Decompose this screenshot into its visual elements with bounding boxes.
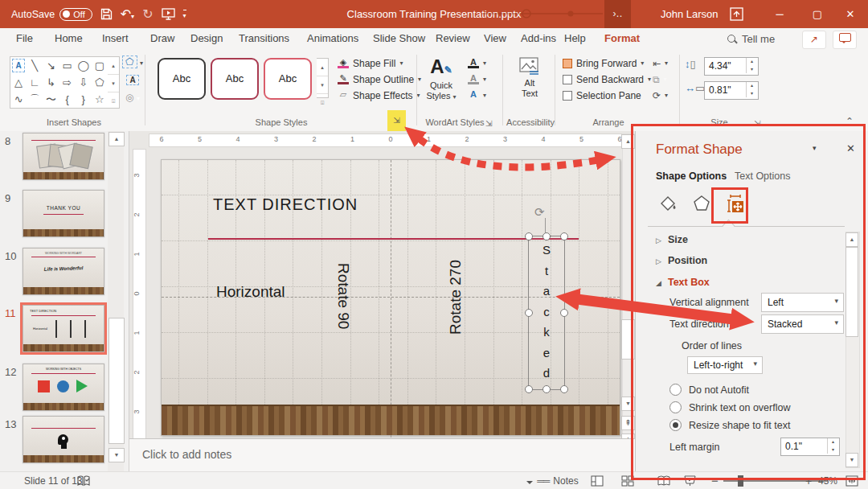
tab-text-options[interactable]: Text Options xyxy=(735,171,790,182)
bring-forward-button[interactable]: Bring Forward▾ xyxy=(563,55,644,71)
panel-close-button[interactable]: ✕ xyxy=(846,142,855,154)
rotate90-textbox[interactable]: Rotate 90 xyxy=(334,263,352,329)
thumb-scroll-down[interactable]: ▼ xyxy=(108,448,125,462)
tab-shape-options[interactable]: Shape Options xyxy=(656,171,727,182)
effects-icon[interactable] xyxy=(692,194,711,213)
send-backward-button[interactable]: Send Backward▾ xyxy=(563,72,651,87)
style-gallery-scroll[interactable]: ▴▾⍗ xyxy=(317,58,329,98)
tab-design[interactable]: Design xyxy=(189,28,224,50)
scroll-down[interactable]: ▼ xyxy=(621,397,635,411)
thumb-scroll-thumb[interactable] xyxy=(108,318,125,444)
panel-scroll-down[interactable]: ▼ xyxy=(845,453,858,467)
text-direction-dropdown[interactable]: Stacked▾ xyxy=(761,314,844,334)
horizontal-textbox[interactable]: Horizontal xyxy=(216,283,285,301)
rotate270-textbox[interactable]: Rotate 270 xyxy=(447,260,465,335)
order-of-lines-dropdown[interactable]: Left-to-right▾ xyxy=(687,356,763,374)
collapse-ribbon-button[interactable]: ⌃ xyxy=(845,116,854,127)
shape-width-input[interactable]: 0.81" ▴▾ xyxy=(704,81,759,100)
tab-draw[interactable]: Draw xyxy=(149,28,176,50)
selection-handle[interactable] xyxy=(560,232,568,240)
fill-line-icon[interactable] xyxy=(658,194,678,213)
shape-outline-button[interactable]: ✎ Shape Outline▾ xyxy=(338,72,421,87)
zoom-level[interactable]: 45% xyxy=(818,472,837,489)
merge-shapes-button[interactable]: ◎ ▾ xyxy=(122,92,143,109)
tab-animations[interactable]: Animations xyxy=(305,28,360,50)
rounded-rectangle-icon[interactable]: ▢ xyxy=(92,57,108,74)
text-box-button[interactable]: A xyxy=(122,74,143,91)
slideshow-view-icon[interactable] xyxy=(683,475,697,487)
tab-slide-show[interactable]: Slide Show xyxy=(371,28,427,50)
zoom-slider-thumb[interactable] xyxy=(738,475,743,487)
radio-shrink-text-on-overflow[interactable]: Shrink text on overflow xyxy=(669,401,790,413)
star-icon[interactable]: ☆ xyxy=(92,91,108,108)
comments-button[interactable] xyxy=(833,31,857,49)
zoom-in-button[interactable]: + xyxy=(805,472,812,489)
elbow-arrow-icon[interactable]: ↳ xyxy=(43,74,59,91)
rotate-button[interactable]: ⟳▾ xyxy=(653,88,668,103)
panel-options-chevron[interactable]: ▾ xyxy=(813,144,817,152)
radio-do-not-autofit[interactable]: Do not Autofit xyxy=(669,384,749,396)
maximize-button[interactable]: ▢ xyxy=(800,0,835,28)
panel-scroll-up[interactable]: ▲ xyxy=(845,232,858,247)
oval-icon[interactable]: ◯ xyxy=(76,57,92,74)
slide-thumbnail-13[interactable] xyxy=(23,416,104,463)
align-button[interactable]: ⇤▾ xyxy=(653,55,668,71)
user-name[interactable]: John Larson xyxy=(661,0,719,28)
radio-circle[interactable] xyxy=(669,384,682,396)
scribble-icon[interactable]: ∿ xyxy=(10,91,27,108)
line-arrow-icon[interactable]: ↘ xyxy=(43,57,59,74)
text-fill-button[interactable]: A▾ xyxy=(468,55,486,71)
selection-handle[interactable] xyxy=(542,385,551,393)
tab-home[interactable]: Home xyxy=(53,28,84,50)
group-button[interactable]: ⧉▾ xyxy=(653,72,667,87)
notes-pane[interactable]: Click to add notes xyxy=(129,438,635,472)
selection-handle[interactable] xyxy=(560,309,568,317)
shape-effects-button[interactable]: ▱ Shape Effects▾ xyxy=(338,88,420,103)
tab-add-ins[interactable]: Add-ins xyxy=(519,28,558,50)
tab-format[interactable]: Format xyxy=(603,28,641,52)
edit-shape-button[interactable]: ⬠ ▾ xyxy=(122,56,143,73)
vertical-alignment-dropdown[interactable]: Left▾ xyxy=(761,293,844,312)
radio-circle[interactable] xyxy=(669,401,682,413)
section-size[interactable]: ▷Size xyxy=(656,234,688,245)
shape-gallery[interactable]: A╲↘▭◯▢△∟↳⇨⇩⬠∿⌒〜{}☆ xyxy=(10,56,108,109)
share-button[interactable]: ↗ xyxy=(802,31,826,49)
slide-title-text[interactable]: TEXT DIRECTION xyxy=(213,195,358,214)
down-arrow-icon[interactable]: ⇩ xyxy=(76,74,92,91)
elbow-connector-icon[interactable]: ∟ xyxy=(27,74,43,91)
shape-styles-dialog-launcher-highlighted[interactable]: ⇲ xyxy=(387,110,406,131)
minimize-button[interactable]: ─ xyxy=(762,0,797,28)
ribbon-display-options-icon[interactable] xyxy=(730,7,743,21)
scroll-up[interactable]: ▲ xyxy=(621,134,635,149)
scroll-thumb[interactable] xyxy=(621,319,635,360)
radio-circle[interactable] xyxy=(669,419,682,431)
close-button[interactable]: ✕ xyxy=(833,0,868,28)
zoom-out-button[interactable]: − xyxy=(711,472,719,489)
slide-thumbnail-10[interactable]: WORKING WITH WORDARTLife is Wonderful xyxy=(23,248,104,295)
slide-thumbnail-9[interactable]: THANK YOU xyxy=(23,190,104,237)
tab-review[interactable]: Review xyxy=(434,28,472,50)
fit-slide-to-window-icon[interactable] xyxy=(845,475,858,487)
selection-pane-button[interactable]: Selection Pane xyxy=(563,88,641,103)
rectangle-icon[interactable]: ▭ xyxy=(59,57,75,74)
normal-view-icon[interactable] xyxy=(591,475,604,487)
shape-style-preset-2[interactable]: Abc xyxy=(211,58,259,100)
tab-transitions[interactable]: Transitions xyxy=(237,28,291,50)
selection-handle[interactable] xyxy=(542,232,551,240)
editor-scrollbar[interactable]: ▲ ▼ ⇞ ⇟ xyxy=(622,134,636,455)
tab-help[interactable]: Help xyxy=(563,28,588,50)
shape-height-input[interactable]: 4.34" ▴▾ xyxy=(704,57,759,76)
thumb-scroll-up[interactable]: ▲ xyxy=(108,132,125,146)
right-brace-icon[interactable]: } xyxy=(76,91,92,108)
slide-thumbnail-11[interactable]: TEXT DIRECTIONHorizontal xyxy=(23,305,104,352)
slide-thumbnail-8[interactable] xyxy=(23,133,104,180)
wordart-dialog-launcher[interactable]: ⇲ xyxy=(485,120,492,128)
curve-icon[interactable]: 〜 xyxy=(43,91,59,108)
arc-icon[interactable]: ⌒ xyxy=(27,91,43,108)
rotation-handle-icon[interactable]: ⟳ xyxy=(534,205,545,220)
notes-toggle-button[interactable]: ══Notes xyxy=(526,472,579,489)
stacked-textbox-selected[interactable]: Stacked xyxy=(528,236,565,390)
snip-shape-icon[interactable]: ⬠ xyxy=(92,74,108,91)
left-brace-icon[interactable]: { xyxy=(59,91,75,108)
section-text-box[interactable]: ◢Text Box xyxy=(656,277,710,288)
